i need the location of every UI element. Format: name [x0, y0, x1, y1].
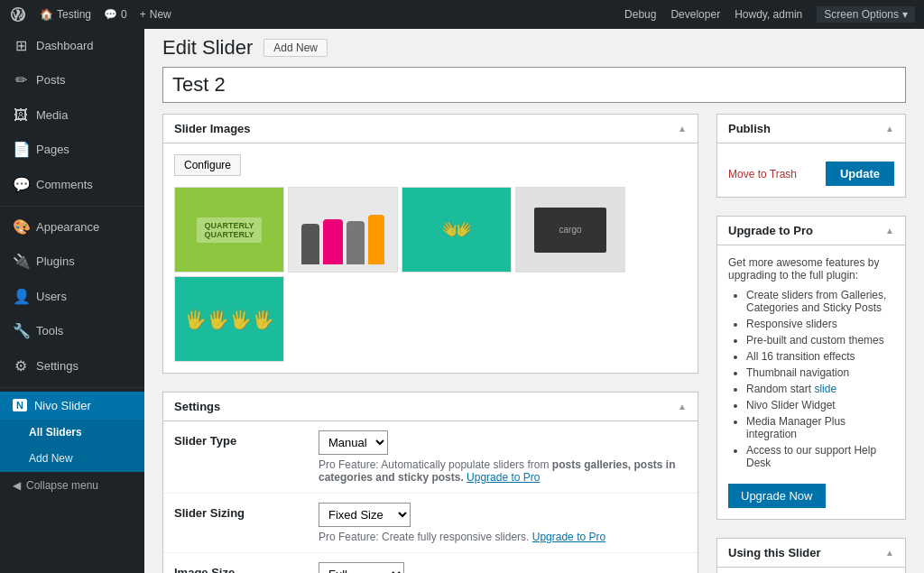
sidebar-item-pages[interactable]: 📄 Pages — [0, 133, 144, 167]
upgrade-pro-title: Upgrade to Pro — [728, 224, 813, 237]
slider-thumb-1[interactable]: QUARTERLY QUARTERLY — [174, 187, 284, 273]
slider-thumb-4[interactable]: cargo — [515, 187, 625, 273]
slider-images-title: Slider Images — [174, 122, 251, 135]
users-icon: 👤 — [13, 287, 29, 307]
publish-body: Move to Trash Update — [717, 143, 905, 197]
slider-images-metabox: Slider Images ▲ Configure QUARTERLY QUAR… — [162, 114, 698, 374]
add-new-button[interactable]: Add New — [263, 39, 328, 57]
upgrade-desc: Get more awesome features by upgrading t… — [728, 256, 894, 282]
upgrade-pro-body: Get more awesome features by upgrading t… — [717, 245, 905, 519]
slider-sizing-control: Fixed Size Responsive Pro Feature: Creat… — [308, 494, 698, 553]
slider-type-label: Slider Type — [163, 421, 308, 494]
pro-feature-5: Thumbnail navigation — [746, 366, 894, 379]
sidebar-item-plugins[interactable]: 🔌 Plugins — [0, 245, 144, 279]
sidebar-item-settings[interactable]: ⚙ Settings — [0, 349, 144, 384]
slider-title-wrap — [144, 67, 924, 114]
sidebar-divider-2 — [0, 387, 144, 388]
slider-title-input[interactable] — [162, 67, 906, 103]
publish-metabox: Publish ▲ Move to Trash Update — [716, 114, 906, 198]
slider-thumb-3[interactable]: 👐 — [402, 187, 512, 273]
slider-thumb-5[interactable]: 🖐🖐🖐🖐 — [174, 276, 284, 362]
dashboard-icon: ⊞ — [13, 36, 29, 56]
slider-images-header[interactable]: Slider Images ▲ — [163, 115, 698, 143]
developer-link[interactable]: Developer — [670, 8, 720, 21]
plugin-icon: N — [13, 399, 27, 411]
sidebar-item-dashboard[interactable]: ⊞ Dashboard — [0, 29, 144, 63]
pages-icon: 📄 — [13, 140, 29, 160]
howdy-user[interactable]: Howdy, admin — [735, 8, 802, 21]
page-header: Edit Slider Add New — [144, 29, 924, 60]
slider-type-control: Manual Auto Pro Feature: Automatically p… — [308, 421, 698, 494]
sidebar-item-appearance[interactable]: 🎨 Appearance — [0, 210, 144, 245]
sidebar-plugin-section: N Nivo Slider All Sliders Add New — [0, 392, 144, 472]
pro-feature-4: All 16 transition effects — [746, 350, 894, 363]
settings-icon: ⚙ — [13, 356, 29, 376]
collapse-icon: ◀ — [13, 479, 21, 492]
publish-title: Publish — [728, 122, 771, 135]
image-size-control: Full Large Medium Thumbnail Select the s… — [308, 553, 698, 574]
debug-link[interactable]: Debug — [624, 8, 656, 21]
slider-type-pro-link[interactable]: Upgrade to Pro — [467, 471, 540, 484]
sidebar-item-comments[interactable]: 💬 Comments — [0, 168, 144, 202]
chevron-down-icon: ▾ — [902, 8, 908, 21]
settings-body: Slider Type Manual Auto Pro Feature: Aut… — [163, 421, 698, 573]
pro-feature-6: Random start slide — [746, 383, 894, 395]
configure-button[interactable]: Configure — [174, 154, 241, 176]
sidebar-item-all-sliders[interactable]: All Sliders — [0, 420, 144, 446]
content-sidebar: Publish ▲ Move to Trash Update Upgrade t… — [716, 114, 906, 573]
pro-feature-7: Nivo Slider Widget — [746, 399, 894, 411]
new-item-bar[interactable]: + New — [140, 8, 171, 21]
content-main: Slider Images ▲ Configure QUARTERLY QUAR… — [162, 114, 698, 573]
move-to-trash-link[interactable]: Move to Trash — [728, 168, 797, 180]
settings-header[interactable]: Settings ▲ — [163, 393, 698, 421]
admin-bar: 🏠 Testing 💬 0 + New Debug Developer Howd… — [0, 0, 924, 29]
sidebar-item-add-new-slider[interactable]: Add New — [0, 446, 144, 472]
tools-icon: 🔧 — [13, 321, 29, 341]
pro-features-list: Create sliders from Galleries, Categorie… — [728, 289, 894, 469]
settings-table: Slider Type Manual Auto Pro Feature: Aut… — [163, 421, 698, 573]
sidebar: ⊞ Dashboard ✏ Posts 🖼 Media 📄 Pages 💬 Co… — [0, 29, 144, 573]
publish-toggle: ▲ — [885, 124, 894, 134]
using-slider-metabox: Using this Slider ▲ To use this slider i… — [716, 538, 906, 573]
sidebar-item-media[interactable]: 🖼 Media — [0, 98, 144, 133]
sidebar-menu: ⊞ Dashboard ✏ Posts 🖼 Media 📄 Pages 💬 Co… — [0, 29, 144, 388]
slider-sizing-select[interactable]: Fixed Size Responsive — [319, 503, 411, 527]
update-button[interactable]: Update — [826, 162, 894, 186]
comments-bar[interactable]: 💬 0 — [104, 8, 127, 21]
slider-thumb-2[interactable] — [288, 187, 398, 273]
sidebar-divider — [0, 206, 144, 207]
site-name-bar[interactable]: 🏠 Testing — [40, 8, 91, 21]
settings-title: Settings — [174, 400, 220, 413]
media-icon: 🖼 — [13, 106, 29, 125]
collapse-menu-button[interactable]: ◀ Collapse menu — [0, 472, 144, 499]
screen-options-button[interactable]: Screen Options ▾ — [817, 6, 915, 23]
slider-images-body: Configure QUARTERLY QUARTERLY — [163, 143, 698, 373]
settings-toggle: ▲ — [678, 402, 687, 411]
slider-sizing-pro-link[interactable]: Upgrade to Pro — [532, 531, 605, 543]
slider-images-list: QUARTERLY QUARTERLY — [174, 187, 687, 362]
sidebar-plugin-header[interactable]: N Nivo Slider — [0, 392, 144, 420]
slider-type-row: Slider Type Manual Auto Pro Feature: Aut… — [163, 421, 698, 494]
upgrade-pro-header[interactable]: Upgrade to Pro ▲ — [717, 217, 905, 245]
pro-feature-2: Responsive sliders — [746, 318, 894, 330]
pro-feature-3: Pre-built and custom themes — [746, 334, 894, 347]
using-slider-body: To use this slider in your posts or page… — [717, 568, 905, 573]
sidebar-item-users[interactable]: 👤 Users — [0, 280, 144, 314]
slider-type-select[interactable]: Manual Auto — [319, 430, 388, 455]
random-start-link[interactable]: slide — [814, 383, 836, 395]
slider-type-hint: Pro Feature: Automatically populate slid… — [319, 458, 687, 484]
using-slider-header[interactable]: Using this Slider ▲ — [717, 539, 905, 568]
content-area: Slider Images ▲ Configure QUARTERLY QUAR… — [144, 114, 924, 573]
wp-logo[interactable] — [9, 5, 27, 23]
pro-feature-1: Create sliders from Galleries, Categorie… — [746, 289, 894, 314]
sidebar-item-posts[interactable]: ✏ Posts — [0, 63, 144, 97]
image-size-select[interactable]: Full Large Medium Thumbnail — [319, 562, 404, 573]
upgrade-now-button[interactable]: Upgrade Now — [728, 484, 826, 508]
sidebar-item-tools[interactable]: 🔧 Tools — [0, 314, 144, 348]
upgrade-pro-metabox: Upgrade to Pro ▲ Get more awesome featur… — [716, 216, 906, 520]
slider-sizing-hint: Pro Feature: Create fully responsive sli… — [319, 531, 687, 543]
publish-header[interactable]: Publish ▲ — [717, 115, 905, 143]
using-slider-title: Using this Slider — [728, 546, 821, 559]
upgrade-pro-toggle: ▲ — [885, 226, 894, 236]
pro-feature-9: Access to our support Help Desk — [746, 444, 894, 469]
